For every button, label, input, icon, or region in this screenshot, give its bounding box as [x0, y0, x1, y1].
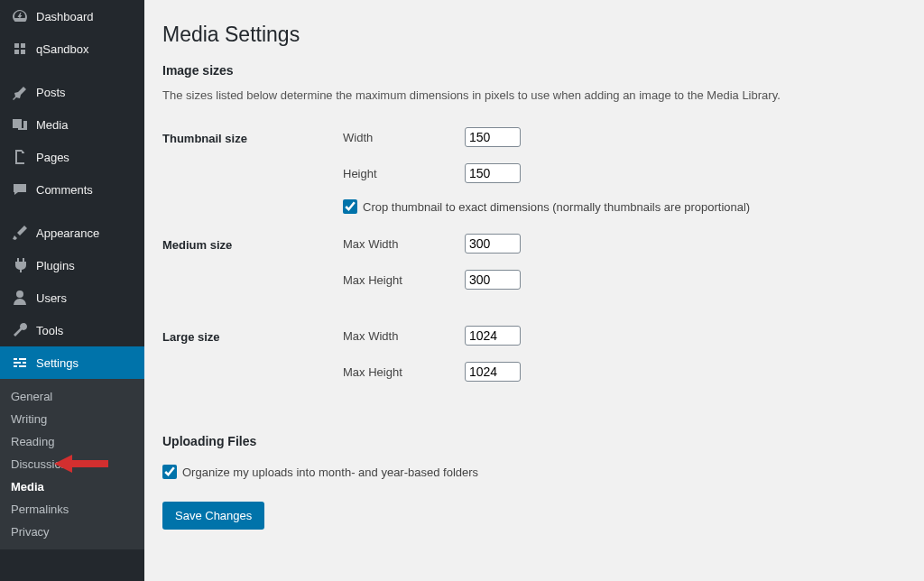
- wrench-icon: [11, 321, 29, 339]
- comment-icon: [11, 180, 29, 198]
- thumbnail-height-label: Height: [343, 167, 465, 180]
- submenu-media[interactable]: Media: [0, 475, 144, 498]
- sidebar-item-label: Media: [36, 118, 68, 132]
- large-maxwidth-label: Max Width: [343, 329, 465, 343]
- crop-thumbnail-checkbox[interactable]: [343, 199, 357, 214]
- image-sizes-description: The sizes listed below determine the max…: [162, 88, 906, 102]
- sidebar-item-label: Users: [36, 291, 67, 305]
- settings-submenu: General Writing Reading Discussion Media…: [0, 379, 144, 549]
- gauge-icon: [11, 7, 29, 25]
- submenu-privacy[interactable]: Privacy: [0, 521, 144, 543]
- brush-icon: [11, 224, 29, 242]
- pushpin-icon: [11, 83, 29, 101]
- submenu-reading[interactable]: Reading: [0, 430, 144, 453]
- medium-maxwidth-field[interactable]: [465, 234, 521, 254]
- medium-maxheight-label: Max Height: [343, 273, 465, 287]
- sidebar-item-label: Comments: [36, 183, 93, 197]
- save-button[interactable]: Save Changes: [162, 502, 264, 530]
- sidebar-item-pages[interactable]: Pages: [0, 141, 144, 173]
- sidebar-item-settings[interactable]: Settings: [0, 346, 144, 379]
- sidebar-item-label: Plugins: [36, 259, 75, 272]
- page-title: Media Settings: [162, 23, 906, 47]
- large-maxwidth-field[interactable]: [465, 326, 521, 346]
- sidebar-item-label: Posts: [36, 86, 66, 99]
- crop-thumbnail-label: Crop thumbnail to exact dimensions (norm…: [363, 200, 750, 214]
- submenu-discussion[interactable]: Discussion: [0, 453, 144, 475]
- medium-maxheight-field[interactable]: [465, 270, 521, 290]
- sidebar-item-label: Settings: [36, 356, 79, 370]
- organize-uploads-label: Organize my uploads into month- and year…: [182, 466, 478, 479]
- organize-uploads-checkbox[interactable]: [162, 465, 177, 479]
- large-row-label: Large size: [162, 317, 343, 409]
- large-maxheight-label: Max Height: [343, 365, 465, 379]
- sidebar-item-plugins[interactable]: Plugins: [0, 249, 144, 281]
- thumbnail-height-field[interactable]: [465, 163, 521, 183]
- sidebar-item-appearance[interactable]: Appearance: [0, 217, 144, 249]
- submenu-writing[interactable]: Writing: [0, 408, 144, 430]
- submenu-general[interactable]: General: [0, 385, 144, 408]
- media-icon: [11, 115, 29, 134]
- thumbnail-row-label: Thumbnail size: [162, 118, 343, 225]
- medium-row-label: Medium size: [162, 225, 343, 317]
- sidebar-item-media[interactable]: Media: [0, 108, 144, 141]
- sidebar-item-label: qSandbox: [36, 42, 89, 56]
- sidebar-item-comments[interactable]: Comments: [0, 173, 144, 206]
- user-icon: [11, 289, 29, 307]
- medium-maxwidth-label: Max Width: [343, 237, 465, 251]
- thumbnail-width-field[interactable]: [465, 127, 521, 147]
- sidebar-item-qsandbox[interactable]: qSandbox: [0, 32, 144, 65]
- plug-icon: [11, 256, 29, 274]
- sidebar-item-dashboard[interactable]: Dashboard: [0, 0, 144, 32]
- sidebar-item-label: Tools: [36, 324, 63, 337]
- sliders-icon: [11, 354, 29, 372]
- page-icon: [11, 148, 29, 166]
- sandbox-icon: [11, 40, 29, 58]
- sidebar-item-label: Dashboard: [36, 10, 94, 23]
- settings-content: Media Settings Image sizes The sizes lis…: [144, 0, 924, 581]
- admin-sidebar: Dashboard qSandbox Posts Media Pages Com…: [0, 0, 144, 581]
- large-maxheight-field[interactable]: [465, 362, 521, 382]
- sidebar-item-tools[interactable]: Tools: [0, 314, 144, 346]
- sidebar-item-label: Appearance: [36, 226, 99, 240]
- submenu-permalinks[interactable]: Permalinks: [0, 498, 144, 521]
- sidebar-item-label: Pages: [36, 151, 69, 164]
- sidebar-item-posts[interactable]: Posts: [0, 76, 144, 108]
- uploading-heading: Uploading Files: [162, 434, 906, 448]
- image-sizes-heading: Image sizes: [162, 63, 906, 78]
- sidebar-item-users[interactable]: Users: [0, 281, 144, 314]
- thumbnail-width-label: Width: [343, 131, 465, 144]
